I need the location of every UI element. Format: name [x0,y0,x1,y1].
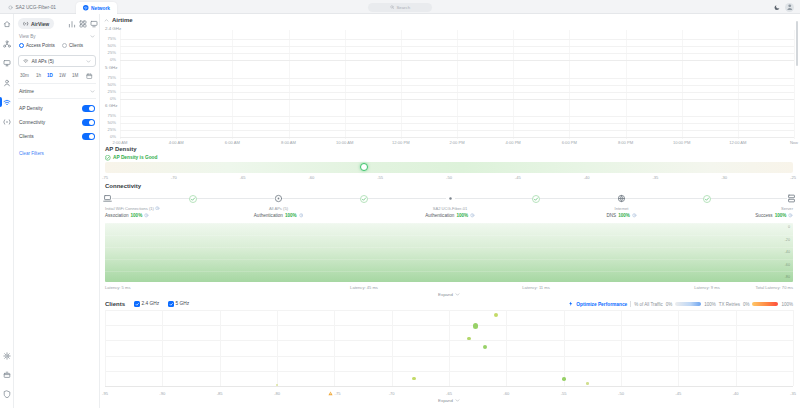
traffic-min: 0% [666,302,673,307]
y-tick-label: 50% [100,43,116,48]
ap-density-title: AP Density [105,146,137,152]
stage-metric: Authentication100% [390,213,510,219]
avatar[interactable] [785,3,794,12]
gridline-h [120,46,794,47]
calendar-icon[interactable] [86,73,93,80]
radio-dot [62,43,67,48]
theme-toggle-icon[interactable] [774,4,781,11]
heatmap-tick-label: -60 [776,263,790,267]
x-tick-label: 8:00 AM [273,140,305,145]
clients-legend: Optimize Performance % of All Traffic 0%… [568,301,793,307]
stage-value: 100% [456,213,468,218]
dbm-tick-label: -75 [95,175,115,180]
app-window: SA2 UCG-Fiber-01 Network Search AirView … [0,0,800,408]
time-range-1h[interactable]: 1h [36,72,41,80]
y-tick-label: 50% [100,120,116,125]
latency-label: Latency: 5 ms [105,285,195,290]
retries-max: 100% [781,302,793,307]
time-range-1W[interactable]: 1W [59,72,66,80]
ap-density-gradient [105,162,793,173]
info-icon[interactable] [632,213,637,218]
chart-icon[interactable] [68,20,76,28]
sidebar-item-security[interactable] [3,390,11,398]
time-range-30m[interactable]: 30m [20,72,29,80]
x-tick-label: -45 [662,390,694,396]
traffic-label: % of All Traffic [634,302,662,307]
metric-dropdown-value: Airtime [19,89,34,94]
checkbox-5-ghz[interactable]: 5 GHz [168,301,189,307]
x-tick-label: -40 [720,390,752,396]
sidebar-item-devices[interactable] [3,59,11,67]
gridline-v [449,310,450,386]
time-range-1M[interactable]: 1M [72,72,78,80]
x-tick-label: 10:00 PM [666,140,698,145]
sidebar-item-home[interactable] [3,20,11,28]
radio-access-points[interactable]: Access Points [19,42,55,49]
sidebar-item-clients[interactable] [3,79,11,87]
monitor-icon[interactable] [90,20,98,28]
view-by-dropdown[interactable]: View By [19,34,95,39]
toggle-on[interactable] [82,105,95,112]
airview-tab[interactable]: AirView [18,18,54,29]
x-tick-label: 12:00 AM [722,140,754,145]
tab-network[interactable]: Network [76,2,117,14]
gridline-h [120,130,794,131]
y-tick-label: 75% [100,75,116,80]
ap-density-status: AP Density is Good [105,155,157,161]
x-tick-label: -55 [548,390,580,396]
sidebar-item-wifi[interactable] [3,98,11,106]
node-label: Internet [562,206,682,211]
gridline-v [220,310,221,386]
toggle-on[interactable] [82,119,95,126]
sidebar-item-settings[interactable] [3,352,11,360]
y-tick-label: 0% [100,134,116,139]
info-icon[interactable] [788,213,793,218]
info-icon[interactable] [155,206,160,211]
scatter-dot [494,313,498,317]
gridline-h [105,386,793,387]
sidebar-item-updates[interactable] [3,371,11,379]
info-icon[interactable] [144,213,149,218]
checkbox-2-4-ghz[interactable]: 2.4 GHz [134,301,159,307]
scrollbar[interactable] [796,21,799,66]
chevron-down-icon [86,59,91,64]
gridline-h [120,137,794,138]
ap-dropdown-value: All APs (5) [32,59,84,64]
dbm-tick-label: -70 [164,175,184,180]
dbm-tick-label: -35 [645,175,665,180]
dbm-tick-label: -55 [370,175,390,180]
search-placeholder: Search [396,5,410,10]
dbm-tick-label: -45 [508,175,528,180]
tab-console[interactable]: SA2 UCG-Fiber-01 [8,0,56,14]
dbm-tick-label: -40 [577,175,597,180]
toggle-on[interactable] [82,133,95,140]
metric-dropdown[interactable]: Airtime [19,86,95,96]
info-icon[interactable] [299,213,304,218]
sidebar-item-radio[interactable] [3,118,11,126]
y-tick-label: 50% [100,82,116,87]
time-range-1D[interactable]: 1D [47,72,53,80]
radio-clients[interactable]: Clients [62,42,83,49]
x-tick-label: -50 [605,390,637,396]
clear-filters-link[interactable]: Clear Filters [19,151,44,156]
info-icon[interactable] [470,213,475,218]
ap-dropdown[interactable]: All APs (5) [18,55,96,67]
search-input[interactable]: Search [368,3,432,12]
active-indicator [0,97,2,107]
clients-scatter-chart: -95-90-85-80-75-70-65-60-55-50-45-40-35 [105,310,793,402]
retries-min: 0% [743,302,750,307]
collapse-icon[interactable] [104,18,109,23]
gridline-v [506,310,507,386]
left-rail [0,14,14,408]
stage-metric: DNS100% [562,213,682,219]
sidebar-item-topology[interactable] [3,40,11,48]
connectivity-expand-button[interactable]: Expand [100,292,798,297]
chevron-down-icon [455,292,460,297]
dbm-tick-label: -25 [783,175,800,180]
x-tick-label: 8:00 PM [610,140,642,145]
optimize-performance-link[interactable]: Optimize Performance [576,302,627,307]
clients-expand-button[interactable]: Expand [100,398,798,403]
x-tick-label: 10:00 AM [329,140,361,145]
latency-label: Latency: 11 ms [491,285,581,290]
grid-icon[interactable] [79,20,87,28]
